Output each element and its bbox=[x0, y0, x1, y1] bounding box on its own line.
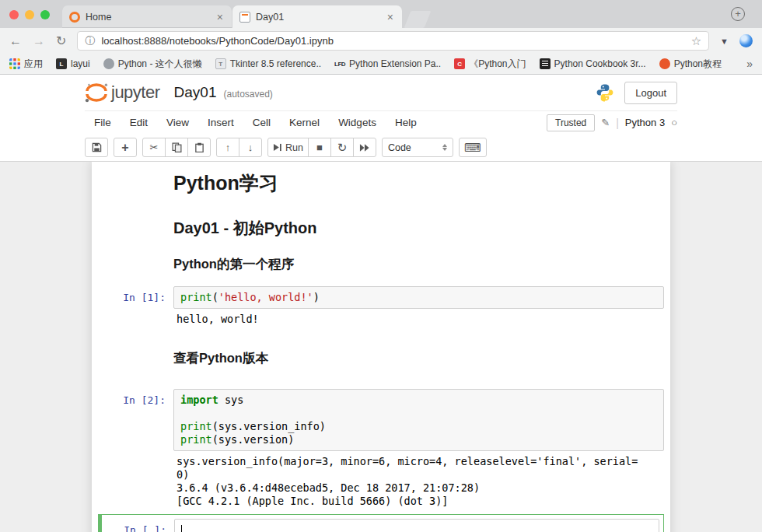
menu-help[interactable]: Help bbox=[386, 117, 426, 128]
bookmark-label: Tkinter 8.5 reference.. bbox=[230, 58, 321, 69]
restart-kernel-button[interactable]: ↻ bbox=[330, 138, 354, 157]
menu-view[interactable]: View bbox=[157, 117, 198, 128]
heading-python-study: Python学习 bbox=[173, 172, 664, 194]
plus-circle-icon[interactable]: + bbox=[731, 7, 745, 21]
window-controls bbox=[9, 10, 50, 19]
bookmark-favicon: C bbox=[454, 58, 465, 69]
code-input-2[interactable]: import sys print(sys.version_info) print… bbox=[173, 389, 664, 451]
menu-insert[interactable]: Insert bbox=[198, 117, 243, 128]
bookmark-label: Python教程 bbox=[674, 58, 722, 71]
menu-edit[interactable]: Edit bbox=[121, 117, 157, 128]
heading-check-version: 查看Python版本 bbox=[173, 350, 664, 366]
code-cell-1[interactable]: In [1]: print('hello, world!') bbox=[98, 286, 664, 309]
code-input-empty[interactable] bbox=[174, 519, 659, 532]
bookmark-python-tutorial[interactable]: Python教程 bbox=[659, 58, 722, 71]
close-tab-icon[interactable]: × bbox=[386, 12, 395, 23]
add-cell-button[interactable]: + bbox=[114, 138, 137, 157]
close-window-button[interactable] bbox=[9, 10, 19, 19]
output-text-1: hello, world! bbox=[173, 313, 638, 326]
notebook-title[interactable]: Day01 bbox=[174, 84, 217, 101]
code-cell-empty-selected[interactable]: In [ ]: bbox=[98, 514, 664, 532]
output-text-2: sys.version_info(major=3, minor=6, micro… bbox=[173, 455, 638, 508]
bookmark-label: 应用 bbox=[24, 58, 43, 71]
interrupt-kernel-button[interactable]: ■ bbox=[308, 138, 331, 157]
restart-run-all-button[interactable] bbox=[353, 138, 376, 157]
address-bar[interactable]: ⓘ localhost:8888/notebooks/PythonCode/Da… bbox=[77, 31, 709, 51]
bookmark-label: layui bbox=[71, 58, 90, 69]
zoom-window-button[interactable] bbox=[40, 10, 50, 19]
bookmark-label: 《Python入门 bbox=[469, 58, 526, 71]
code-input-1[interactable]: print('hello, world!') bbox=[173, 286, 664, 309]
menu-widgets[interactable]: Widgets bbox=[329, 117, 386, 128]
markdown-cell-title[interactable]: Python学习 Day01 - 初始Python Python的第一个程序 bbox=[173, 172, 664, 271]
markdown-cell-version[interactable]: 查看Python版本 bbox=[173, 350, 664, 366]
notebook-menubar: File Edit View Insert Cell Kernel Widget… bbox=[0, 110, 762, 134]
command-palette-button[interactable]: ⌨ bbox=[459, 138, 487, 157]
browser-window: Home × Day01 × + ← → ↻ ⓘ localhost:8888/… bbox=[0, 0, 762, 532]
run-cell-button[interactable]: Run bbox=[267, 138, 309, 157]
save-icon bbox=[92, 142, 102, 152]
save-button[interactable] bbox=[85, 138, 108, 157]
close-tab-icon[interactable]: × bbox=[215, 12, 225, 23]
extension-globe-icon[interactable] bbox=[739, 34, 753, 47]
bookmark-apps[interactable]: 应用 bbox=[9, 58, 43, 71]
tab-strip: Home × Day01 × + bbox=[0, 0, 762, 28]
bookmark-python-extension[interactable]: LFD Python Extension Pa.. bbox=[334, 58, 441, 69]
output-area-2: sys.version_info(major=3, minor=6, micro… bbox=[173, 455, 664, 508]
tab-day01[interactable]: Day01 × bbox=[232, 5, 402, 28]
bookmark-tkinter-reference[interactable]: T Tkinter 8.5 reference.. bbox=[215, 58, 321, 69]
bookmark-favicon bbox=[659, 58, 670, 69]
copy-icon bbox=[172, 142, 182, 152]
cut-cell-button[interactable]: ✂ bbox=[142, 138, 166, 157]
bookmark-favicon: T bbox=[215, 58, 226, 69]
menu-kernel[interactable]: Kernel bbox=[280, 117, 329, 128]
menu-file[interactable]: File bbox=[85, 117, 121, 128]
minimize-window-button[interactable] bbox=[25, 10, 34, 19]
trusted-badge[interactable]: Trusted bbox=[547, 114, 595, 131]
tab-home-label: Home bbox=[86, 12, 210, 23]
page-info-icon[interactable]: ⓘ bbox=[85, 34, 95, 48]
edit-mode-pencil-icon: ✎ bbox=[601, 117, 610, 128]
browser-toolbar: ← → ↻ ⓘ localhost:8888/notebooks/PythonC… bbox=[0, 28, 762, 54]
bookmark-python-intro[interactable]: C 《Python入门 bbox=[454, 58, 526, 71]
python-logo-icon bbox=[596, 83, 614, 102]
text-cursor bbox=[181, 525, 182, 532]
bookmarks-overflow-icon[interactable]: » bbox=[746, 58, 753, 70]
jupyter-logo-text[interactable]: jupyter bbox=[111, 82, 160, 103]
jupyter-header: jupyter Day01 (autosaved) Logout bbox=[0, 75, 762, 110]
menu-cell[interactable]: Cell bbox=[243, 117, 280, 128]
jupyter-favicon bbox=[69, 12, 80, 23]
code-cell-2[interactable]: In [2]: import sys print(sys.version_inf… bbox=[98, 389, 664, 451]
bookmark-python-blog[interactable]: Python - 这个人很懒 bbox=[103, 58, 202, 71]
paste-cell-button[interactable] bbox=[187, 138, 211, 157]
download-icon[interactable]: ▼ bbox=[720, 37, 729, 46]
notebook-scroll-area[interactable]: Python学习 Day01 - 初始Python Python的第一个程序 I… bbox=[0, 162, 762, 532]
move-cell-down-button[interactable]: ↓ bbox=[239, 138, 262, 157]
kernel-idle-icon: ○ bbox=[671, 117, 677, 128]
run-icon bbox=[273, 143, 281, 152]
copy-cell-button[interactable] bbox=[165, 138, 188, 157]
back-icon[interactable]: ← bbox=[9, 35, 22, 47]
notebook-toolbar: + ✂ ↑ ↓ bbox=[0, 134, 762, 162]
paste-icon bbox=[194, 142, 204, 152]
tab-home[interactable]: Home × bbox=[62, 5, 232, 28]
bookmark-star-icon[interactable]: ☆ bbox=[691, 34, 701, 48]
new-tab-button[interactable] bbox=[404, 11, 432, 28]
bookmarks-bar: 应用 L layui Python - 这个人很懒 T Tkinter 8.5 … bbox=[0, 54, 762, 75]
forward-icon[interactable]: → bbox=[33, 35, 45, 47]
divider: | bbox=[616, 117, 619, 129]
run-label: Run bbox=[285, 142, 303, 153]
cell-type-value: Code bbox=[388, 142, 411, 153]
autosave-status: (autosaved) bbox=[223, 86, 272, 100]
bookmark-python-cookbook[interactable]: Python Cookbook 3r... bbox=[540, 58, 646, 69]
input-prompt: In [ ]: bbox=[99, 519, 174, 532]
move-cell-up-button[interactable]: ↑ bbox=[216, 138, 239, 157]
bookmark-favicon: LFD bbox=[334, 58, 345, 69]
output-area-1: hello, world! bbox=[173, 313, 664, 326]
url-text[interactable]: localhost:8888/notebooks/PythonCode/Day0… bbox=[101, 35, 684, 47]
reload-icon[interactable]: ↻ bbox=[56, 35, 66, 47]
logout-button[interactable]: Logout bbox=[624, 82, 677, 104]
bookmark-layui[interactable]: L layui bbox=[56, 58, 90, 69]
tab-day01-label: Day01 bbox=[256, 12, 380, 23]
cell-type-select[interactable]: Code bbox=[382, 138, 453, 157]
